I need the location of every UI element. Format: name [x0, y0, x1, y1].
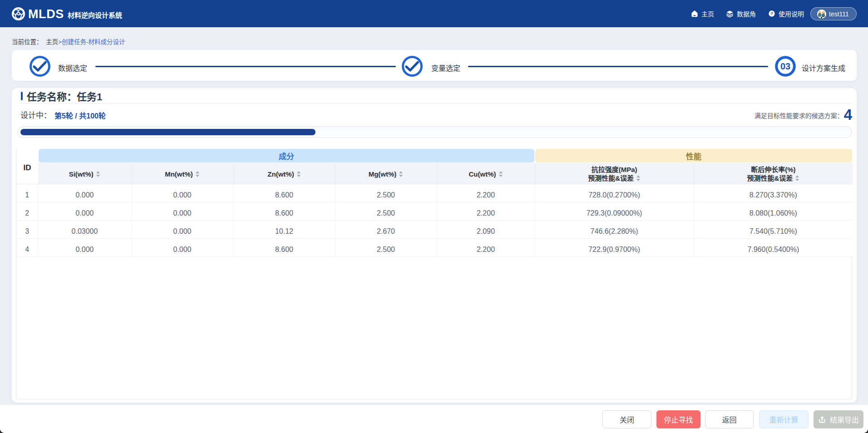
svg-text:?: ? [770, 11, 773, 16]
svg-text:03: 03 [780, 61, 790, 71]
